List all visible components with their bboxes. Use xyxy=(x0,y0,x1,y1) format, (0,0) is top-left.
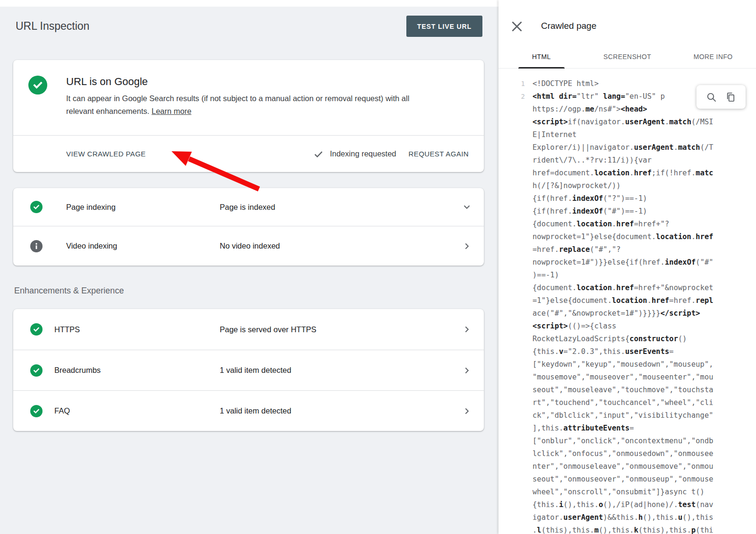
code-line: href=document.location.href;if(!href.mat… xyxy=(498,167,756,180)
code-line: {if(href.indexOf("?")==-1) xyxy=(498,192,756,205)
code-line: <script>(()=>{class xyxy=(498,320,756,333)
url-status-card: URL is on Google It can appear in Google… xyxy=(13,60,484,172)
check-circle-icon xyxy=(30,323,43,336)
status-description-text: It can appear in Google Search results (… xyxy=(66,94,409,115)
chevron-right-icon[interactable] xyxy=(461,365,472,376)
row-label: Breadcrumbs xyxy=(54,366,220,375)
main-panel: URL Inspection TEST LIVE URL URL is on G… xyxy=(0,0,498,534)
test-live-url-button[interactable]: TEST LIVE URL xyxy=(406,16,482,37)
code-line: seout","mouseleave","touchmove","touchst… xyxy=(498,384,756,396)
row-value: 1 valid item detected xyxy=(220,366,461,375)
chevron-right-icon[interactable] xyxy=(461,405,472,417)
row-value: No video indexed xyxy=(220,241,461,250)
request-again-link[interactable]: REQUEST AGAIN xyxy=(409,150,469,158)
panel-tabs: HTML SCREENSHOT MORE INFO xyxy=(498,45,756,69)
code-viewer[interactable]: 1<!DOCTYPE html>2<html dir="ltr" lang="e… xyxy=(498,74,756,534)
code-line: ace("#","&nowprocket=1#")}}}}</script> xyxy=(498,307,756,320)
code-line: ck","dblclick","input","visibilitychange… xyxy=(498,409,756,422)
code-line: rt","touchend","touchcancel","wheel","cl… xyxy=(498,396,756,409)
indexing-card: Page indexing Page is indexed Video inde… xyxy=(13,188,484,266)
crawled-page-panel: Crawled page HTML SCREENSHOT MORE INFO 1… xyxy=(498,0,756,534)
tab-more-info[interactable]: MORE INFO xyxy=(670,45,756,68)
url-inspection-app: URL Inspection TEST LIVE URL URL is on G… xyxy=(0,0,756,534)
check-circle-icon xyxy=(28,76,47,95)
code-line: wheel","onscroll","onsubmit"]}async t() xyxy=(498,486,756,499)
checkmark-icon xyxy=(313,148,324,160)
code-line: igator.userAgent)&&this.h(),this.u(),thi… xyxy=(498,511,756,524)
chevron-right-icon[interactable] xyxy=(461,241,472,252)
row-value: 1 valid item detected xyxy=(220,406,461,415)
code-line: ],this.attributeEvents= xyxy=(498,422,756,435)
check-circle-icon xyxy=(30,364,43,377)
code-line: =1"}else{document.location.href=href.rep… xyxy=(498,294,756,307)
code-line: =href.replace("#","? xyxy=(498,243,756,256)
code-toolbar xyxy=(696,85,746,109)
code-line: <script>if(navigator.userAgent.match(/MS… xyxy=(498,116,756,129)
code-line: {if(href.indexOf("#")==-1) xyxy=(498,205,756,218)
code-line: nowprocket=1#")}}else{if(href.indexOf("#… xyxy=(498,256,756,269)
view-crawled-page-link[interactable]: VIEW CRAWLED PAGE xyxy=(66,150,146,158)
search-icon[interactable] xyxy=(706,92,717,103)
code-line: nowprocket=1"}else{document.location.hre… xyxy=(498,231,756,243)
code-line: {this.i(),this.o(),/iP(ad|hone)/.test(na… xyxy=(498,499,756,511)
code-line: h(/[?&]nowprocket/)) xyxy=(498,180,756,192)
chevron-right-icon[interactable] xyxy=(461,324,472,335)
faq-row[interactable]: FAQ 1 valid item detected xyxy=(13,390,484,431)
row-value: Page is indexed xyxy=(220,203,461,212)
copy-icon[interactable] xyxy=(725,92,736,103)
video-indexing-row[interactable]: Video indexing No video indexed xyxy=(13,226,484,266)
breadcrumbs-row[interactable]: Breadcrumbs 1 valid item detected xyxy=(13,350,484,390)
check-circle-icon xyxy=(30,201,43,213)
row-label: Page indexing xyxy=(66,203,220,212)
enhancements-card: HTTPS Page is served over HTTPS Breadcru… xyxy=(13,309,484,431)
row-value: Page is served over HTTPS xyxy=(220,325,461,334)
top-strip xyxy=(0,0,498,7)
code-line: lclick","onfocus","onmousedown","onmouse… xyxy=(498,448,756,460)
page-title: URL Inspection xyxy=(16,20,89,33)
code-line: ["onblur","onclick","oncontextmenu","ond… xyxy=(498,435,756,448)
code-line: .l(this),this.m(),this.k(this),this.p(th… xyxy=(498,524,756,534)
info-icon xyxy=(30,240,43,252)
code-line: E|Internet xyxy=(498,129,756,141)
section-title: Enhancements & Experience xyxy=(14,286,124,296)
code-line: seout","onmouseover","onmouseup","onmous… xyxy=(498,473,756,486)
status-description: It can appear in Google Search results (… xyxy=(66,92,416,118)
code-line: nter","onmouseleave","onmousemove","onmo… xyxy=(498,460,756,473)
code-line: Explorer/i)||navigator.userAgent.match(/… xyxy=(498,141,756,154)
indexing-requested-label: Indexing requested xyxy=(330,149,396,158)
tab-html[interactable]: HTML xyxy=(498,45,584,68)
code-line: )==-1) xyxy=(498,269,756,282)
page-indexing-row[interactable]: Page indexing Page is indexed xyxy=(13,188,484,226)
panel-title: Crawled page xyxy=(541,21,596,31)
chevron-down-icon[interactable] xyxy=(461,201,472,213)
code-line: ["keydown","keyup","mousedown","mouseup"… xyxy=(498,358,756,371)
tab-screenshot[interactable]: SCREENSHOT xyxy=(584,45,670,68)
row-label: FAQ xyxy=(54,406,220,415)
code-line: {document.location.href=href+"? xyxy=(498,218,756,231)
row-label: Video indexing xyxy=(66,241,220,250)
code-lines: 1<!DOCTYPE html>2<html dir="ltr" lang="e… xyxy=(498,78,756,534)
learn-more-link[interactable]: Learn more xyxy=(152,107,191,115)
code-line: RocketLazyLoadScripts{constructor() xyxy=(498,333,756,345)
code-line: {document.location.href=href+"&nowprocke… xyxy=(498,282,756,294)
close-icon[interactable] xyxy=(510,19,524,34)
code-line: {this.v="2.0.3",this.userEvents= xyxy=(498,345,756,358)
check-circle-icon xyxy=(30,405,43,417)
https-row[interactable]: HTTPS Page is served over HTTPS xyxy=(13,309,484,350)
row-label: HTTPS xyxy=(54,325,220,334)
code-line: rident\/7\..*?rv:11/i)){var xyxy=(498,154,756,167)
code-line: "mousemove","mouseover","mouseenter","mo… xyxy=(498,371,756,384)
status-title: URL is on Google xyxy=(66,76,416,88)
